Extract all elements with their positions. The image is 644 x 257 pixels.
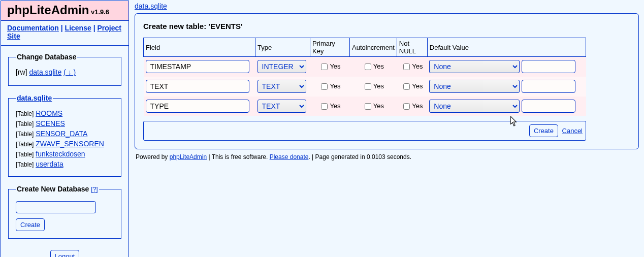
action-row: Create Cancel — [143, 121, 586, 141]
field-name-input[interactable] — [146, 80, 249, 93]
create-table-button[interactable]: Create — [529, 124, 558, 137]
table-link-funksteckdosen[interactable]: funksteckdosen — [36, 150, 85, 158]
field-name-input[interactable] — [146, 60, 249, 73]
th-ai: Autoincrement — [350, 38, 397, 57]
ai-checkbox[interactable] — [365, 103, 371, 110]
footer-pla-link[interactable]: phpLiteAdmin — [170, 153, 207, 160]
table-link-sensor-data[interactable]: SENSOR_DATA — [36, 130, 87, 138]
cursor-icon — [510, 116, 518, 126]
default-value-select[interactable]: None — [429, 100, 520, 113]
field-type-select[interactable]: TEXT — [257, 100, 306, 113]
field-type-select[interactable]: INTEGER — [257, 60, 306, 73]
default-value-select[interactable]: None — [429, 80, 520, 93]
tables-legend-link[interactable]: data.sqlite — [17, 94, 52, 102]
table-row: [Table] SENSOR_DATA — [16, 128, 114, 139]
pk-checkbox[interactable] — [321, 103, 328, 110]
breadcrumb: data.sqlite — [135, 1, 639, 13]
nav-links: Documentation | License | Project Site — [1, 21, 128, 46]
th-pk: Primary Key — [310, 38, 350, 57]
app-version: v1.9.6 — [91, 8, 109, 16]
th-type: Type — [255, 38, 310, 57]
default-value-input[interactable] — [522, 80, 575, 93]
pk-checkbox[interactable] — [321, 63, 328, 70]
create-new-database-box: Create New Database [?] Create — [8, 185, 121, 239]
field-type-select[interactable]: TEXT — [257, 80, 306, 93]
table-row: [Table] ZWAVE_SENSOREN — [16, 139, 114, 149]
logout-button[interactable]: Logout — [50, 250, 80, 257]
breadcrumb-db[interactable]: data.sqlite — [135, 2, 167, 10]
th-nn: Not NULL — [397, 38, 427, 57]
new-database-input[interactable] — [16, 201, 96, 213]
change-database-box: Change Database [rw] data.sqlite ( ↓ ) — [8, 53, 121, 86]
table-row: [Table] userdata — [16, 159, 114, 169]
tables-box: data.sqlite [Table] ROOMS [Table] SCENES… — [8, 94, 121, 177]
th-dv: Default Value — [427, 38, 586, 57]
cancel-link[interactable]: Cancel — [562, 127, 583, 135]
table-list: [Table] ROOMS [Table] SCENES [Table] SEN… — [16, 107, 114, 169]
footer: Powered by phpLiteAdmin | This is free s… — [135, 149, 639, 165]
db-swap-link[interactable]: ( ↓ ) — [63, 68, 76, 76]
default-value-input[interactable] — [522, 60, 575, 73]
field-row: INTEGER Yes Yes Yes None — [144, 57, 586, 77]
table-row: [Table] SCENES — [16, 118, 114, 128]
field-row: TEXT Yes Yes Yes None — [144, 97, 586, 116]
sidebar: phpLiteAdmin v1.9.6 Documentation | Lice… — [1, 1, 129, 257]
nn-checkbox[interactable] — [403, 63, 410, 70]
create-database-button[interactable]: Create — [16, 218, 45, 231]
table-link-rooms[interactable]: ROOMS — [36, 109, 62, 117]
db-link[interactable]: data.sqlite — [29, 68, 61, 76]
nav-license[interactable]: License — [65, 24, 91, 32]
table-row: [Table] ROOMS — [16, 108, 114, 118]
default-value-input[interactable] — [522, 100, 575, 113]
field-row: TEXT Yes Yes Yes None — [144, 77, 586, 97]
create-new-database-legend: Create New Database — [17, 185, 89, 193]
nn-checkbox[interactable] — [403, 83, 410, 90]
default-value-select[interactable]: None — [429, 60, 520, 73]
pk-checkbox[interactable] — [321, 83, 328, 90]
nav-documentation[interactable]: Documentation — [7, 24, 59, 32]
table-link-scenes[interactable]: SCENES — [36, 119, 65, 127]
help-link[interactable]: [?] — [91, 186, 98, 193]
nn-checkbox[interactable] — [403, 103, 410, 110]
change-database-legend: Change Database — [16, 53, 77, 61]
th-field: Field — [144, 38, 255, 57]
fields-table: Field Type Primary Key Autoincrement Not… — [143, 38, 586, 116]
rw-label: [rw] — [16, 68, 27, 76]
table-link-userdata[interactable]: userdata — [36, 160, 63, 168]
table-row: [Table] funksteckdosen — [16, 149, 114, 159]
table-link-zwave-sensoren[interactable]: ZWAVE_SENSOREN — [36, 140, 104, 148]
create-table-panel: Create new table: 'EVENTS' Field Type Pr… — [135, 13, 639, 149]
logo-bar: phpLiteAdmin v1.9.6 — [1, 1, 128, 21]
ai-checkbox[interactable] — [365, 83, 371, 90]
panel-title: Create new table: 'EVENTS' — [143, 22, 630, 30]
footer-donate-link[interactable]: Please donate — [270, 153, 309, 160]
ai-checkbox[interactable] — [365, 63, 371, 70]
main: data.sqlite Create new table: 'EVENTS' F… — [130, 0, 644, 257]
app-title: phpLiteAdmin — [7, 3, 89, 17]
field-name-input[interactable] — [146, 100, 249, 113]
